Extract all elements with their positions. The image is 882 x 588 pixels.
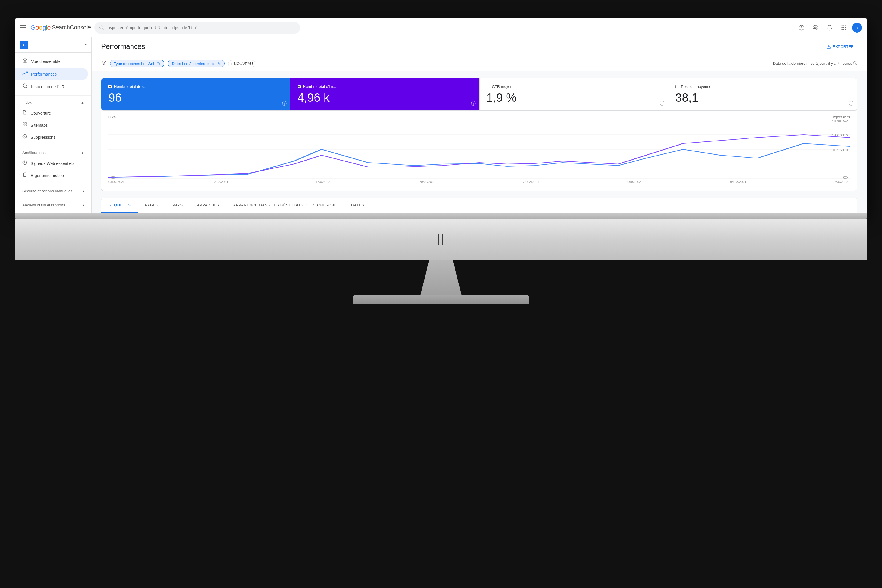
chart-svg: 450 300 150 0 0 (108, 120, 850, 179)
app-logo: Google SearchConsole (31, 24, 91, 32)
web-vitals-icon (22, 160, 27, 166)
monitor-bezel (15, 213, 867, 219)
svg-line-15 (26, 87, 27, 88)
svg-point-0 (100, 26, 103, 29)
ameliorations-section-label: Améliorations (22, 150, 46, 155)
svg-line-1 (103, 28, 104, 29)
monitor-wrapper: Google SearchConsole (15, 18, 867, 304)
svg-rect-18 (25, 124, 27, 126)
svg-text:450: 450 (831, 120, 848, 122)
x-label-4: 24/02/2021 (523, 180, 539, 183)
metric-card-impressions[interactable]: Nombre total d'im... 4,96 k ⓘ (291, 78, 480, 110)
tab-appareils[interactable]: APPAREILS (190, 198, 226, 213)
monitor-stand-base (353, 295, 529, 304)
sidebar-item-label-suppressions: Suppressions (31, 135, 56, 140)
ameliorations-section-header[interactable]: Améliorations ▲ (15, 148, 92, 157)
index-section: Index ▲ Couverture (15, 95, 92, 146)
svg-rect-8 (842, 27, 843, 28)
sidebar-item-web-vitals[interactable]: Signaux Web essentiels (15, 157, 88, 170)
tab-apparence[interactable]: APPARENCE DANS LES RÉSULTATS DE RECHERCH… (226, 198, 344, 213)
ctr-checkbox[interactable] (487, 85, 490, 88)
clicks-help-icon[interactable]: ⓘ (282, 100, 286, 107)
sidebar-item-label-sitemaps: Sitemaps (31, 123, 48, 128)
ctr-help-icon[interactable]: ⓘ (660, 100, 664, 107)
x-label-7: 08/03/2021 (834, 180, 850, 183)
tab-pays[interactable]: PAYS (165, 198, 190, 213)
last-update-text: Date de la dernière mise à jour : il y a… (773, 61, 852, 66)
header-actions: a (796, 22, 862, 33)
x-label-3: 20/02/2021 (419, 180, 435, 183)
chart-x-labels: 08/02/2021 12/02/2021 16/02/2021 20/02/2… (108, 180, 850, 183)
sidebar-item-label-mobile: Ergonomie mobile (31, 173, 64, 178)
search-type-chip[interactable]: Type de recherche: Web ✎ (110, 60, 164, 68)
impressions-checkbox[interactable] (297, 85, 302, 88)
ctr-checkbox-row: CTR moyen (487, 84, 661, 89)
new-filter-button[interactable]: + NOUVEAU (228, 60, 256, 68)
users-button[interactable] (810, 22, 821, 33)
apple-logo-icon:  (438, 230, 444, 250)
tools-section-label: Anciens outils et rapports (22, 203, 65, 207)
filter-icon[interactable] (101, 60, 106, 67)
svg-rect-10 (845, 27, 846, 28)
screen: Google SearchConsole (15, 18, 867, 213)
position-label: Position moyenne (681, 84, 711, 89)
tools-section-header[interactable]: Anciens outils et rapports ▾ (15, 201, 92, 210)
sidebar-item-label-overview: Vue d'ensemble (31, 59, 60, 64)
x-label-0: 08/02/2021 (108, 180, 124, 183)
svg-rect-5 (842, 25, 843, 26)
tab-requetes[interactable]: REQUÊTES (101, 198, 138, 213)
export-button[interactable]: EXPORTER (823, 42, 857, 51)
mobile-icon (22, 172, 27, 178)
help-button[interactable] (796, 22, 807, 33)
search-input[interactable] (106, 25, 296, 30)
property-selector[interactable]: C C... ▾ (15, 37, 92, 52)
sidebar-item-coverage[interactable]: Couverture (15, 107, 88, 119)
export-label: EXPORTER (833, 44, 854, 49)
svg-point-14 (23, 84, 27, 87)
apps-button[interactable] (838, 22, 850, 33)
impressions-help-icon[interactable]: ⓘ (471, 100, 476, 107)
metric-card-clicks[interactable]: Nombre total de c... 96 ⓘ (101, 78, 291, 110)
security-collapse-icon: ▾ (82, 189, 84, 193)
ameliorations-section: Améliorations ▲ Signaux Web essentiels (15, 146, 92, 184)
tab-pages[interactable]: PAGES (138, 198, 165, 213)
impressions-checkbox-row: Nombre total d'im... (297, 84, 472, 89)
tabs-bar: REQUÊTES PAGES PAYS APPAREILS APPARENCE … (101, 198, 857, 213)
sidebar-item-mobile[interactable]: Ergonomie mobile (15, 170, 88, 182)
sidebar-item-url-inspection[interactable]: Inspection de l'URL (15, 80, 88, 93)
property-dropdown-arrow[interactable]: ▾ (85, 43, 87, 47)
clicks-label: Nombre total de c... (114, 84, 147, 89)
index-section-header[interactable]: Index ▲ (15, 98, 92, 107)
svg-point-4 (814, 25, 816, 27)
metric-card-ctr[interactable]: CTR moyen 1,9 % ⓘ (480, 78, 669, 110)
sidebar-item-suppressions[interactable]: Suppressions (15, 131, 88, 143)
notifications-button[interactable] (824, 22, 836, 33)
sidebar-item-overview[interactable]: Vue d'ensemble (15, 55, 88, 68)
sidebar-item-sitemaps[interactable]: Sitemaps (15, 119, 88, 131)
search-bar[interactable] (94, 22, 300, 33)
sidebar-item-performances[interactable]: Performances (15, 68, 88, 80)
last-update-help-icon[interactable]: ⓘ (853, 61, 857, 66)
sidebar-item-label-performances: Performances (31, 72, 57, 76)
ameliorations-collapse-icon: ▲ (81, 151, 84, 155)
tab-dates[interactable]: DATES (344, 198, 371, 213)
clicks-checkbox[interactable] (108, 85, 112, 88)
date-chip-label: Date: Les 3 derniers mois (172, 62, 215, 66)
menu-button[interactable] (20, 24, 27, 31)
inspect-icon (22, 83, 28, 90)
position-help-icon[interactable]: ⓘ (849, 100, 854, 107)
position-checkbox[interactable] (675, 85, 679, 88)
date-chip[interactable]: Date: Les 3 derniers mois ✎ (168, 60, 224, 68)
security-section-header[interactable]: Sécurité et actions manuelles ▾ (15, 186, 92, 195)
clicks-value: 96 (108, 91, 283, 104)
suppressions-icon (22, 134, 27, 140)
avatar[interactable]: a (852, 22, 862, 33)
tools-section: Anciens outils et rapports ▾ (15, 198, 92, 212)
performances-icon (22, 70, 28, 77)
clicks-checkbox-row: Nombre total de c... (108, 84, 283, 89)
svg-rect-17 (25, 123, 27, 124)
ctr-value: 1,9 % (487, 91, 661, 104)
chart-axis-labels: Clics Impressions (108, 115, 850, 119)
metric-card-position[interactable]: Position moyenne 38,1 ⓘ (668, 78, 857, 110)
svg-rect-13 (845, 29, 846, 30)
